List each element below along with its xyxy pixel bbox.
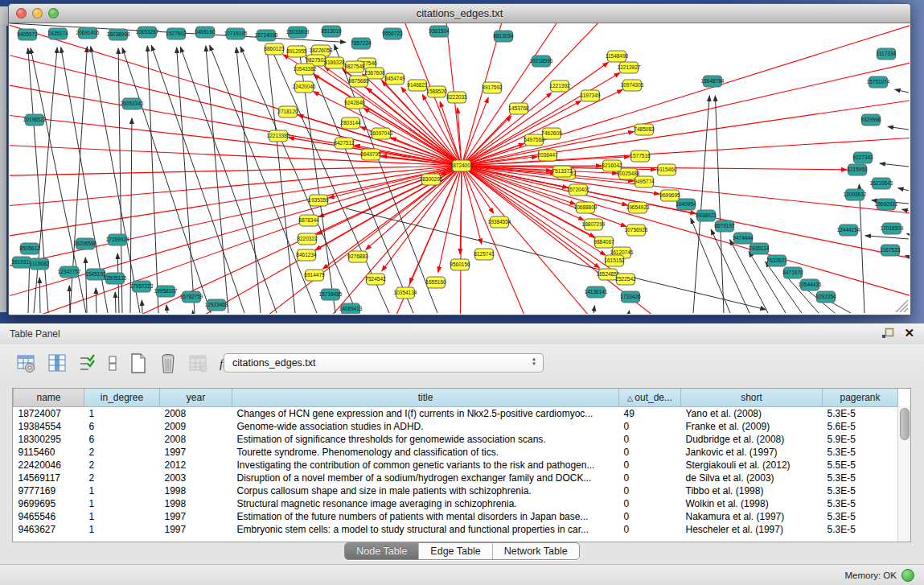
graph-node-hub[interactable]: 18724007 <box>450 160 474 171</box>
graph-node-teal[interactable]: 26206586 <box>74 238 97 249</box>
graph-node-teal[interactable]: 9292354 <box>815 291 836 303</box>
table-row[interactable]: 977716911998Corpus callosum shape and si… <box>14 484 898 497</box>
black-edge[interactable] <box>593 306 594 313</box>
graph-node-teal[interactable]: 14089413 <box>339 303 363 314</box>
graph-node-teal[interactable]: 8813054 <box>493 31 514 42</box>
table-cell[interactable]: 2 <box>84 459 160 472</box>
graph-node-teal[interactable]: 1117334 <box>877 48 897 60</box>
float-panel-icon[interactable] <box>881 328 894 340</box>
table-row[interactable]: 946554611997Estimation of the future num… <box>14 510 898 523</box>
graph-node-yellow[interactable]: 10688809 <box>574 202 598 213</box>
black-edge[interactable] <box>902 209 909 211</box>
table-cell[interactable]: Investigating the contribution of common… <box>232 459 619 472</box>
graph-node-yellow[interactable]: 12213927 <box>618 62 641 73</box>
select-rows-icon[interactable] <box>79 353 97 374</box>
table-cell[interactable]: 0 <box>619 510 681 523</box>
table-cell[interactable]: 2008 <box>160 433 232 446</box>
graph-node-yellow[interactable]: 7485083 <box>634 124 655 135</box>
table-cell[interactable]: 1998 <box>160 484 232 497</box>
table-cell[interactable]: 0 <box>619 433 681 446</box>
table-cell[interactable]: Dudbridge et al. (2008) <box>681 433 823 446</box>
table-cell[interactable]: 5.3E-5 <box>823 446 898 459</box>
table-cell[interactable]: 9699695 <box>14 497 84 510</box>
table-cell[interactable]: 18300295 <box>14 433 84 446</box>
tab-node-table[interactable]: Node Table <box>345 543 418 559</box>
graph-node-teal[interactable]: 20691406 <box>76 27 100 39</box>
graph-node-teal[interactable]: 16038998 <box>107 29 130 40</box>
table-cell[interactable]: 1 <box>84 484 160 497</box>
table-cell[interactable]: Stergiakouli et al. (2012) <box>681 459 823 472</box>
graph-node-yellow[interactable]: 9242848 <box>344 97 365 109</box>
table-cell[interactable]: 1997 <box>160 446 232 459</box>
column-header-out_de[interactable]: △ out_de... <box>619 389 681 407</box>
black-edge[interactable] <box>236 47 261 313</box>
graph-node-teal[interactable]: 12342757 <box>58 266 81 278</box>
table-cell[interactable]: 5.3E-5 <box>823 523 898 536</box>
table-row[interactable]: 911546021997Tourette syndrome. Phenomeno… <box>14 446 898 459</box>
table-cell[interactable]: Disruption of a novel member of a sodium… <box>232 472 619 484</box>
table-cell[interactable]: Tourette syndrome. Phenomenology and cla… <box>232 446 619 459</box>
graph-node-teal[interactable]: 9474444 <box>733 233 754 244</box>
table-cell[interactable]: 5.3E-5 <box>823 497 898 510</box>
table-cell[interactable]: 5.3E-5 <box>823 472 898 484</box>
table-cell[interactable]: Structural magnetic resonance image aver… <box>232 497 619 510</box>
graph-node-yellow[interactable]: 18807299 <box>582 219 606 230</box>
graph-node-teal[interactable]: 15751074 <box>867 76 890 88</box>
table-cell[interactable]: Yano et al. (2008) <box>681 407 823 421</box>
table-cell[interactable]: 5.5E-5 <box>823 459 898 472</box>
graph-node-teal[interactable]: 9329966 <box>860 114 881 126</box>
black-edge[interactable] <box>906 256 909 257</box>
import-table-icon[interactable] <box>16 353 37 374</box>
graph-node-yellow[interactable]: 8222033 <box>446 92 467 103</box>
graph-node-yellow[interactable]: 8912955 <box>286 46 307 57</box>
graph-node-teal[interactable]: 10653287 <box>136 27 159 38</box>
graph-node-yellow[interactable]: 8860123 <box>264 43 285 55</box>
graph-node-yellow[interactable]: 9276883 <box>347 251 368 262</box>
graph-node-teal[interactable]: 7857224 <box>351 38 372 49</box>
graph-node-teal[interactable]: 1733426 <box>620 291 641 303</box>
graph-node-teal[interactable]: 9556723 <box>382 28 403 39</box>
table-cell[interactable]: 2009 <box>160 420 232 433</box>
table-cell[interactable]: 6 <box>84 420 160 433</box>
graph-node-teal[interactable]: 8938923 <box>696 210 717 221</box>
table-row[interactable]: 1938455462009Genome-wide association stu… <box>14 420 898 433</box>
graph-node-yellow[interactable]: 8454749 <box>384 73 405 84</box>
close-panel-icon[interactable]: ✕ <box>904 327 914 340</box>
red-edge[interactable] <box>10 166 462 176</box>
table-cell[interactable]: 1 <box>84 407 160 421</box>
table-cell[interactable]: Estimation of significance thresholds fo… <box>232 433 619 446</box>
graph-node-teal[interactable]: 1527602 <box>166 28 187 39</box>
table-cell[interactable]: 1 <box>84 497 160 510</box>
table-cell[interactable]: 9115460 <box>14 446 84 459</box>
table-cell[interactable]: 1997 <box>160 523 232 536</box>
show-columns-icon[interactable] <box>47 353 68 374</box>
graph-node-teal[interactable]: 10544436 <box>799 279 822 290</box>
table-cell[interactable]: Hescheler et al. (1997) <box>681 523 823 536</box>
column-header-short[interactable]: short <box>681 389 823 407</box>
graph-node-yellow[interactable]: 7513372 <box>552 166 573 177</box>
graph-node-yellow[interactable]: 8427512 <box>334 138 355 149</box>
graph-node-teal[interactable]: 19958107 <box>154 286 178 297</box>
graph-node-yellow[interactable]: 8220322 <box>297 233 318 245</box>
black-edge[interactable] <box>888 126 909 130</box>
table-cell[interactable]: Estimation of the future numbers of pati… <box>232 510 619 523</box>
black-edge[interactable] <box>142 300 142 313</box>
table-cell[interactable]: Wolkin et al. (1998) <box>681 497 823 510</box>
column-header-pagerank[interactable]: pagerank <box>823 389 898 407</box>
graph-node-yellow[interactable]: 1197349 <box>581 90 601 101</box>
column-header-in_degree[interactable]: in_degree <box>84 389 160 407</box>
table-cell[interactable]: Corpus callosum shape and size in male p… <box>232 484 619 497</box>
graph-node-teal[interactable]: 12505135 <box>104 273 127 284</box>
table-cell[interactable]: 0 <box>619 420 681 433</box>
graph-node-teal[interactable]: 12923468 <box>205 299 228 311</box>
table-cell[interactable]: 0 <box>619 446 681 459</box>
graph-node-yellow[interactable]: 1588520 <box>426 86 447 97</box>
red-edge[interactable] <box>380 166 462 314</box>
graph-node-yellow[interactable]: 10756928 <box>625 225 648 236</box>
table-cell[interactable]: de Silva et al. (2003) <box>681 472 823 484</box>
table-cell[interactable]: 5.3E-5 <box>823 407 898 421</box>
graph-node-yellow[interactable]: 9146821 <box>407 80 428 91</box>
table-cell[interactable]: 2 <box>84 472 160 484</box>
table-cell[interactable]: 5.9E-5 <box>823 433 898 446</box>
graph-node-yellow[interactable]: 2718120 <box>277 106 298 117</box>
